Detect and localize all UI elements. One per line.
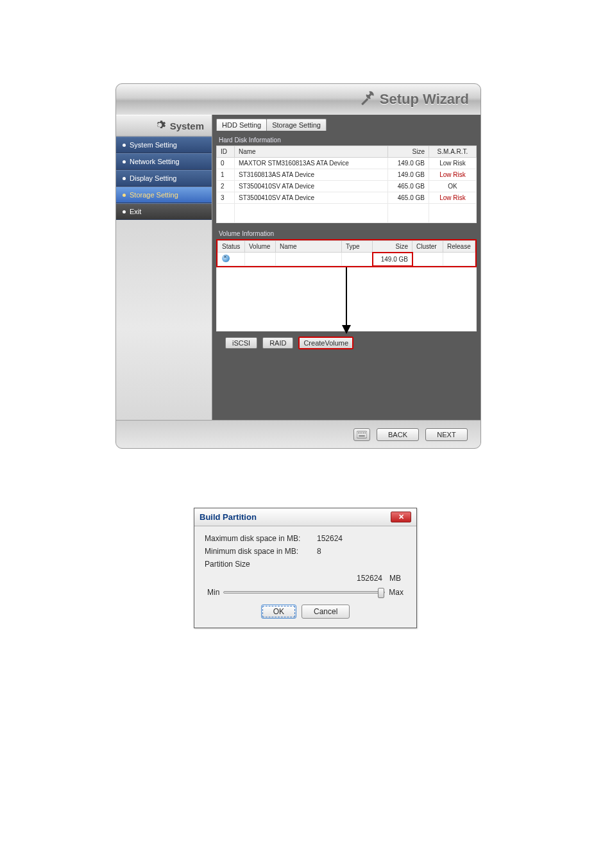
cell-name: ST3160813AS ATA Device <box>235 169 388 181</box>
annotation-arrow-icon <box>340 267 353 338</box>
sidebar: System System Setting Network Setting Di… <box>116 115 212 420</box>
col-status[interactable]: Status <box>218 241 245 253</box>
error-status-icon <box>222 255 230 262</box>
cell-smart: Low Risk <box>429 158 477 169</box>
svg-rect-6 <box>363 432 364 433</box>
wrench-screwdriver-icon <box>358 89 376 110</box>
sidebar-item-display-setting[interactable]: Display Setting <box>116 170 212 187</box>
cell-type <box>342 253 373 266</box>
volume-table: Status Volume Name Type Size Cluster Rel… <box>217 240 475 266</box>
bullet-icon <box>123 210 126 213</box>
cell-smart: Low Risk <box>429 169 477 181</box>
gear-icon <box>153 119 166 133</box>
table-row[interactable]: 2 ST3500410SV ATA Device 465.0 GB OK <box>217 181 477 192</box>
partition-size-slider[interactable] <box>223 591 385 594</box>
sidebar-item-label: Display Setting <box>130 174 176 182</box>
sidebar-group-label: System <box>170 121 204 131</box>
tab-label: HDD Setting <box>222 121 261 129</box>
back-button[interactable]: BACK <box>377 428 419 441</box>
tab-hdd-setting[interactable]: HDD Setting <box>216 119 267 131</box>
setup-wizard-window: Setup Wizard System System Setting Netwo… <box>115 83 481 449</box>
dialog-body: Maximum disk space in MB: 152624 Minimum… <box>194 526 416 628</box>
table-row[interactable]: 149.0 GB <box>218 253 475 266</box>
col-name[interactable]: Name <box>276 241 342 253</box>
size-unit: MB <box>389 574 401 583</box>
cell-release <box>443 253 475 266</box>
wizard-title-bar: Setup Wizard <box>116 84 480 115</box>
close-button[interactable]: ✕ <box>391 512 411 522</box>
cell-id: 1 <box>217 169 235 181</box>
svg-rect-8 <box>359 435 364 436</box>
raid-button[interactable]: RAID <box>262 337 293 349</box>
col-cluster[interactable]: Cluster <box>412 241 443 253</box>
table-header-row: ID Name Size S.M.A.R.T. <box>217 146 477 158</box>
col-release[interactable]: Release <box>443 241 475 253</box>
table-row[interactable]: 0 MAXTOR STM3160813AS ATA Device 149.0 G… <box>217 158 477 169</box>
partition-size-input[interactable] <box>347 572 386 584</box>
min-space-label: Minimum disk space in MB: <box>205 547 317 556</box>
max-space-row: Maximum disk space in MB: 152624 <box>205 534 406 543</box>
col-size[interactable]: Size <box>373 241 412 253</box>
svg-rect-3 <box>358 432 359 433</box>
svg-rect-7 <box>365 432 366 433</box>
tabs: HDD Setting Storage Setting <box>212 119 480 131</box>
cell-id: 0 <box>217 158 235 169</box>
dialog-actions: OK Cancel <box>205 605 406 619</box>
sidebar-item-label: System Setting <box>130 141 177 149</box>
col-smart[interactable]: S.M.A.R.T. <box>429 146 477 158</box>
sidebar-item-label: Exit <box>130 208 141 215</box>
cancel-button[interactable]: Cancel <box>302 605 350 619</box>
wizard-footer: BACK NEXT <box>116 420 480 448</box>
hard-disk-info-label: Hard Disk Information <box>216 135 477 146</box>
iscsi-button[interactable]: iSCSI <box>225 337 257 349</box>
cell-id: 3 <box>217 192 235 204</box>
sidebar-item-exit[interactable]: Exit <box>116 203 212 220</box>
col-volume[interactable]: Volume <box>245 241 276 253</box>
keyboard-icon[interactable] <box>353 428 370 441</box>
sidebar-group-system: System <box>116 115 212 137</box>
next-button[interactable]: NEXT <box>425 428 468 441</box>
sidebar-item-label: Network Setting <box>130 158 180 165</box>
slider-thumb[interactable] <box>378 588 384 598</box>
cell-size: 149.0 GB <box>373 253 412 266</box>
cell-size: 149.0 GB <box>388 158 429 169</box>
svg-marker-1 <box>342 325 351 334</box>
col-name[interactable]: Name <box>235 146 388 158</box>
cell-size: 465.0 GB <box>388 181 429 192</box>
hard-disk-table: ID Name Size S.M.A.R.T. 0 MAXTOR STM3160… <box>216 146 477 223</box>
table-header-row: Status Volume Name Type Size Cluster Rel… <box>218 241 475 253</box>
build-partition-dialog: Build Partition ✕ Maximum disk space in … <box>194 508 417 628</box>
bullet-icon <box>123 144 126 147</box>
sidebar-item-network-setting[interactable]: Network Setting <box>116 153 212 170</box>
size-value-row: MB <box>205 572 401 584</box>
svg-rect-2 <box>357 431 367 438</box>
volume-info-group: Volume Information Status Volume Name Ty… <box>216 228 477 331</box>
bullet-icon <box>123 177 126 180</box>
col-size[interactable]: Size <box>388 146 429 158</box>
volume-empty-area <box>216 267 477 331</box>
sidebar-item-storage-setting[interactable]: Storage Setting <box>116 187 212 203</box>
col-id[interactable]: ID <box>217 146 235 158</box>
cell-size: 465.0 GB <box>388 192 429 204</box>
volume-info-label: Volume Information <box>216 228 477 239</box>
table-row[interactable]: 3 ST3500410SV ATA Device 465.0 GB Low Ri… <box>217 192 477 204</box>
bullet-icon <box>123 160 126 163</box>
table-row[interactable]: 1 ST3160813AS ATA Device 149.0 GB Low Ri… <box>217 169 477 181</box>
sidebar-item-system-setting[interactable]: System Setting <box>116 137 212 153</box>
cell-name: MAXTOR STM3160813AS ATA Device <box>235 158 388 169</box>
cell-status <box>218 253 245 266</box>
ok-button[interactable]: OK <box>261 605 296 619</box>
cell-name: ST3500410SV ATA Device <box>235 181 388 192</box>
cell-smart: Low Risk <box>429 192 477 204</box>
partition-size-group: Partition Size MB Min Max <box>205 560 406 597</box>
slider-max-label: Max <box>389 588 404 597</box>
volume-row-highlight: Status Volume Name Type Size Cluster Rel… <box>216 239 477 267</box>
create-volume-button[interactable]: CreateVolume <box>298 337 353 349</box>
sidebar-item-label: Storage Setting <box>130 191 178 199</box>
tab-storage-setting[interactable]: Storage Setting <box>266 119 327 131</box>
col-type[interactable]: Type <box>342 241 373 253</box>
cell-size: 149.0 GB <box>388 169 429 181</box>
min-space-value: 8 <box>317 547 321 556</box>
cell-name <box>276 253 342 266</box>
cell-cluster <box>412 253 443 266</box>
